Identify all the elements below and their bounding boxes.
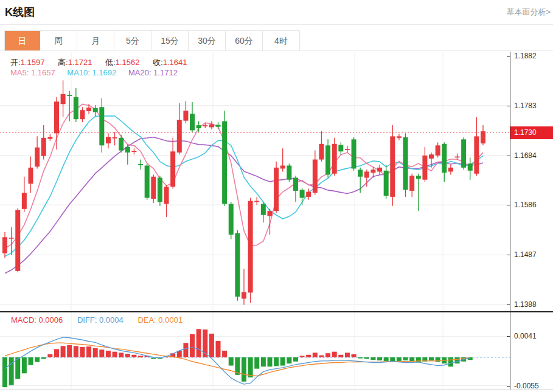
ma5-legend: MA5: 1.1657 <box>10 68 55 77</box>
price-tick-1.1684-tick <box>507 156 510 156</box>
tab-周[interactable]: 周 <box>40 31 77 51</box>
close-value: 1.1641 <box>163 58 187 67</box>
price-tick-1.1684: 1.1684 <box>514 151 537 160</box>
tab-15分[interactable]: 15分 <box>151 31 189 51</box>
current-price-badge: 1.1730 <box>510 126 553 139</box>
close-label: 收: <box>153 58 163 67</box>
fundamental-analysis-link[interactable]: 基本面分析> <box>506 7 551 18</box>
tab-5分[interactable]: 5分 <box>114 31 151 51</box>
ma-legend: MA5: 1.1657 MA10: 1.1692 MA20: 1.1712 <box>10 68 187 77</box>
low-label: 低: <box>105 58 116 67</box>
price-tick-1.1388: 1.1388 <box>514 300 537 309</box>
kline-chart-canvas[interactable] <box>0 52 510 390</box>
price-tick-1.1783-tick <box>507 106 510 106</box>
tab-4时[interactable]: 4时 <box>263 31 300 51</box>
price-tick-1.1487: 1.1487 <box>514 250 537 259</box>
tab-月[interactable]: 月 <box>77 31 114 51</box>
tabbar-underline <box>0 50 553 51</box>
price-tick-1.1586-tick <box>507 205 510 205</box>
low-value: 1.1562 <box>116 58 140 67</box>
ma20-legend: MA20: 1.1712 <box>128 68 178 77</box>
price-tick-1.1882-tick <box>507 56 510 57</box>
tab-30分[interactable]: 30分 <box>189 31 226 51</box>
kline-page: K线图 基本面分析> 日周月5分15分30分60分4时 开:1.1597 高:1… <box>0 0 553 392</box>
price-tick-1.1487-tick <box>507 255 510 255</box>
ma10-legend: MA10: 1.1692 <box>67 68 116 77</box>
chart-bottom-border <box>0 389 553 390</box>
page-title: K线图 <box>5 5 35 19</box>
price-tick-1.1783: 1.1783 <box>514 101 537 110</box>
timeframe-tabbar: 日周月5分15分30分60分4时 <box>4 30 300 51</box>
high-label: 高: <box>58 58 68 67</box>
price-axis-line <box>510 52 510 390</box>
open-label: 开: <box>10 58 21 67</box>
macd-tick-0.0041: 0.0041 <box>514 332 537 340</box>
price-tick-1.1882: 1.1882 <box>514 52 537 60</box>
macd-legend: MACD: 0.0006 DIFF: 0.0004 DEA: 0.0001 <box>11 315 195 325</box>
open-value: 1.1597 <box>21 58 45 67</box>
diff-value-label: DIFF: 0.0004 <box>77 315 123 325</box>
macd-value-label: MACD: 0.0006 <box>11 315 63 325</box>
tab-60分[interactable]: 60分 <box>226 31 263 51</box>
macd-tick--0.0055: -0.0055 <box>514 382 539 390</box>
macd-tick-0.0041-tick <box>507 336 510 337</box>
high-value: 1.1721 <box>68 58 92 67</box>
ohlc-legend: 开:1.1597 高:1.1721 低:1.1562 收:1.1641 <box>10 57 198 68</box>
tab-日[interactable]: 日 <box>5 31 40 51</box>
price-tick-1.1586: 1.1586 <box>514 201 537 209</box>
price-tick-1.1388-tick <box>507 304 510 305</box>
panel-separator <box>0 311 553 312</box>
header-divider <box>0 24 553 25</box>
macd-tick--0.0055-tick <box>507 386 510 387</box>
dea-value-label: DEA: 0.0001 <box>137 315 183 325</box>
